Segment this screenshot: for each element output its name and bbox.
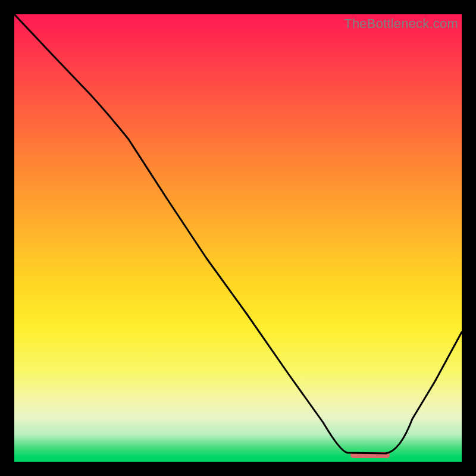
- bottleneck-curve: [14, 14, 462, 462]
- chart-frame: TheBottleneck.com: [0, 0, 476, 476]
- gradient-panel: TheBottleneck.com: [14, 14, 462, 462]
- optimal-zone-marker: [350, 452, 390, 458]
- watermark-text: TheBottleneck.com: [344, 16, 458, 32]
